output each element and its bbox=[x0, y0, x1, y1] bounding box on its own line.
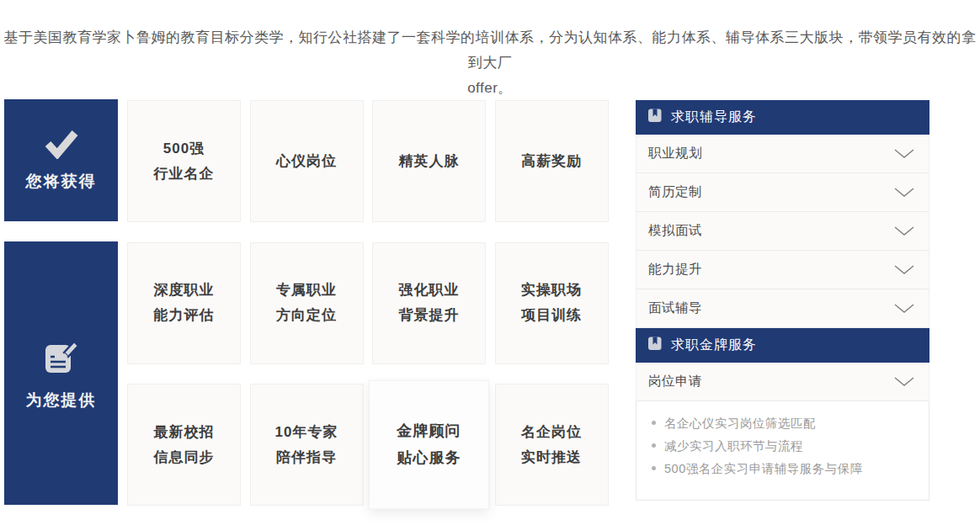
gold-service-details: 名企心仪实习岗位筛选匹配 减少实习入职环节与流程 500强名企实习申请辅导服务与… bbox=[636, 401, 929, 501]
intro-paragraph: 基于美国教育学家卜鲁姆的教育目标分类学，知行公社搭建了一套科学的培训体系，分为认… bbox=[0, 25, 980, 101]
accordion-label: 模拟面试 bbox=[648, 222, 702, 240]
card-elite-network[interactable]: 精英人脉 bbox=[372, 100, 486, 222]
accordion-label: 简历定制 bbox=[648, 183, 702, 201]
accordion-label: 职业规划 bbox=[648, 145, 702, 162]
compose-icon bbox=[40, 336, 83, 381]
accordion-item-ability-improvement[interactable]: 能力提升 bbox=[636, 251, 929, 289]
panel-header-coaching: 求职辅导服务 bbox=[636, 100, 929, 135]
accordion-label: 岗位申请 bbox=[648, 373, 702, 390]
card-project-training[interactable]: 实操职场 项目训练 bbox=[495, 242, 609, 364]
left-block-label: 为您提供 bbox=[26, 390, 97, 411]
card-expert-guidance[interactable]: 10年专家 陪伴指导 bbox=[250, 384, 364, 506]
accordion-item-mock-interview[interactable]: 模拟面试 bbox=[636, 212, 929, 251]
accordion-label: 面试辅导 bbox=[648, 300, 702, 317]
panel-title: 求职金牌服务 bbox=[671, 337, 757, 354]
card-text: 高薪奖励 bbox=[521, 149, 582, 174]
service-panel: 求职辅导服务 职业规划 简历定制 模拟面试 能力提升 面试辅导 bbox=[636, 100, 929, 501]
bullet-item: 减少实习入职环节与流程 bbox=[645, 435, 920, 458]
chevron-down-icon bbox=[893, 187, 915, 199]
check-icon bbox=[42, 129, 81, 162]
card-gold-consultant[interactable]: 金牌顾问 贴心服务 bbox=[369, 380, 489, 510]
accordion-item-job-application[interactable]: 岗位申请 bbox=[636, 363, 929, 401]
card-text: 能力评估 bbox=[154, 303, 215, 328]
chevron-down-icon bbox=[893, 264, 915, 276]
card-job-push[interactable]: 名企岗位 实时推送 bbox=[495, 384, 609, 506]
bullet-list: 名企心仪实习岗位筛选匹配 减少实习入职环节与流程 500强名企实习申请辅导服务与… bbox=[645, 412, 920, 480]
card-career-assessment[interactable]: 深度职业 能力评估 bbox=[127, 242, 241, 364]
card-text: 心仪岗位 bbox=[276, 149, 337, 174]
card-500-companies[interactable]: 500强 行业名企 bbox=[127, 100, 241, 222]
card-text: 实时推送 bbox=[521, 445, 582, 470]
card-text: 强化职业 bbox=[399, 278, 460, 303]
book-bookmark-icon bbox=[647, 336, 663, 355]
card-campus-recruiting[interactable]: 最新校招 信息同步 bbox=[127, 384, 241, 506]
card-text: 方向定位 bbox=[276, 303, 337, 328]
card-text: 贴心服务 bbox=[397, 445, 461, 472]
chevron-down-icon bbox=[893, 148, 915, 160]
card-text: 实操职场 bbox=[521, 278, 582, 303]
card-text: 最新校招 bbox=[154, 420, 215, 445]
chevron-down-icon bbox=[893, 225, 915, 237]
card-text: 精英人脉 bbox=[399, 149, 460, 174]
book-bookmark-icon bbox=[647, 108, 663, 127]
accordion-label: 能力提升 bbox=[648, 261, 702, 278]
card-text: 专属职业 bbox=[276, 278, 337, 303]
accordion-item-career-planning[interactable]: 职业规划 bbox=[636, 135, 929, 173]
card-text: 名企岗位 bbox=[521, 420, 582, 445]
card-background-boost[interactable]: 强化职业 背景提升 bbox=[372, 242, 486, 364]
page: 基于美国教育学家卜鲁姆的教育目标分类学，知行公社搭建了一套科学的培训体系，分为认… bbox=[0, 0, 980, 525]
card-desired-position[interactable]: 心仪岗位 bbox=[250, 100, 364, 222]
card-text: 500强 bbox=[163, 136, 205, 162]
card-text: 信息同步 bbox=[154, 445, 215, 470]
accordion-item-resume-customization[interactable]: 简历定制 bbox=[636, 173, 929, 212]
bullet-item: 500强名企实习申请辅导服务与保障 bbox=[645, 458, 920, 480]
left-block-we-provide: 为您提供 bbox=[4, 241, 118, 505]
panel-title: 求职辅导服务 bbox=[671, 109, 757, 126]
left-block-label: 您将获得 bbox=[26, 171, 97, 193]
card-text: 陪伴指导 bbox=[276, 445, 337, 470]
card-text: 10年专家 bbox=[275, 420, 338, 445]
card-text: 金牌顾问 bbox=[397, 418, 461, 445]
card-high-salary[interactable]: 高薪奖励 bbox=[495, 100, 609, 222]
card-text: 项目训练 bbox=[521, 303, 582, 328]
panel-header-gold-service: 求职金牌服务 bbox=[636, 328, 929, 363]
accordion-item-interview-coaching[interactable]: 面试辅导 bbox=[636, 289, 929, 328]
chevron-down-icon bbox=[893, 376, 915, 388]
chevron-down-icon bbox=[893, 303, 915, 315]
feature-card-grid: 500强 行业名企 心仪岗位 精英人脉 高薪奖励 深度职业 能力评估 专属职业 … bbox=[127, 100, 609, 506]
intro-line-1: 基于美国教育学家卜鲁姆的教育目标分类学，知行公社搭建了一套科学的培训体系，分为认… bbox=[0, 25, 980, 76]
card-direction-positioning[interactable]: 专属职业 方向定位 bbox=[250, 242, 364, 364]
card-text: 行业名企 bbox=[154, 162, 215, 187]
intro-line-2: offer。 bbox=[0, 76, 980, 101]
card-text: 背景提升 bbox=[399, 303, 460, 328]
left-block-you-will-get: 您将获得 bbox=[4, 99, 118, 221]
bullet-item: 名企心仪实习岗位筛选匹配 bbox=[645, 412, 920, 435]
card-text: 深度职业 bbox=[154, 278, 215, 303]
